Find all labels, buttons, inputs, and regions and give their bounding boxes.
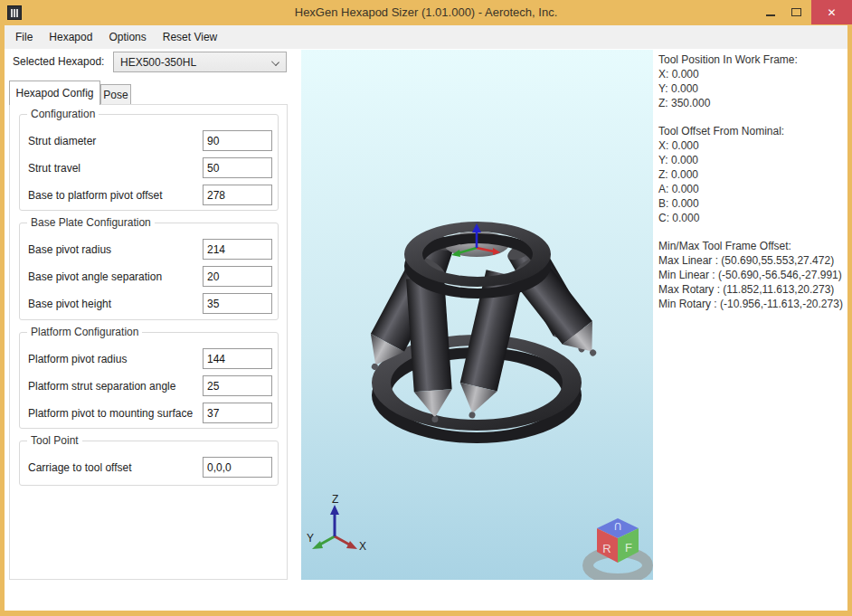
minimize-icon (766, 14, 775, 16)
maximize-icon (791, 8, 801, 16)
carriage-to-tool-offset-label: Carriage to tool offset (28, 461, 203, 474)
logo-letter-top: U (614, 521, 621, 532)
selected-hexapod-label: Selected Hexapod: (13, 55, 104, 68)
platform-strut-separation-angle-label: Platform strut separation angle (28, 380, 203, 393)
hexapod-3d-scene: Z Y X U R F (301, 50, 653, 580)
group-platform-configuration: Platform Configuration Platform pivot ra… (19, 332, 279, 429)
menu-hexapod[interactable]: Hexapod (41, 27, 100, 47)
menu-options[interactable]: Options (100, 27, 154, 47)
base-pivot-height-label: Base pivot height (28, 298, 203, 310)
tool-offset-x: X: 0.000 (658, 138, 847, 153)
hexapod-select-value: HEX500-350HL (120, 56, 196, 69)
maximize-button[interactable] (783, 0, 809, 24)
max-linear: Max Linear : (50.690,55.553,27.472) (658, 253, 847, 268)
base-to-platform-pivot-offset-label: Base to platform pivot offset (28, 189, 203, 202)
tool-offset-c: C: 0.000 (658, 211, 847, 225)
base-pivot-radius-input[interactable] (203, 239, 272, 260)
base-pivot-angle-separation-label: Base pivot angle separation (28, 270, 203, 283)
platform-pivot-to-mounting-surface-input[interactable] (203, 403, 272, 423)
hexapod-select[interactable]: HEX500-350HL (113, 52, 287, 72)
max-rotary: Max Rotary : (11.852,11.613,20.273) (658, 282, 847, 297)
window-title: HexGen Hexapod Sizer (1.01.000) - Aerote… (0, 5, 852, 19)
group-base-plate-title: Base Plate Configuration (27, 216, 155, 229)
tool-position-x: X: 0.000 (658, 67, 847, 81)
hexapod-config-page: Configuration Strut diameter Strut trave… (9, 104, 288, 580)
tool-position-group: Tool Position In Work Frame: X: 0.000 Y:… (658, 52, 847, 110)
strut-diameter-label: Strut diameter (28, 135, 203, 147)
close-icon: ✕ (827, 6, 836, 19)
base-pivot-radius-label: Base pivot radius (28, 243, 203, 256)
platform-pivot-radius-input[interactable] (203, 348, 272, 369)
tool-position-z: Z: 350.000 (658, 96, 847, 110)
chevron-down-icon (271, 58, 279, 66)
minimize-button[interactable] (758, 0, 783, 24)
menu-reset-view[interactable]: Reset View (155, 27, 225, 47)
group-platform-title: Platform Configuration (27, 326, 142, 338)
menu-file[interactable]: File (7, 27, 41, 47)
axis-x-label: X (359, 540, 366, 553)
tool-offset-heading: Tool Offset From Nominal: (658, 124, 847, 138)
base-pivot-angle-separation-input[interactable] (203, 266, 272, 287)
group-tool-point: Tool Point Carriage to tool offset (19, 441, 279, 486)
min-rotary: Min Rotary : (-10.956,-11.613,-20.273) (658, 297, 847, 311)
tab-pose[interactable]: Pose (100, 84, 131, 105)
group-configuration-title: Configuration (27, 108, 99, 120)
group-base-plate-configuration: Base Plate Configuration Base pivot radi… (19, 223, 279, 320)
axis-z-label: Z (332, 493, 338, 506)
main-content: Selected Hexapod: HEX500-350HL Hexapod C… (5, 49, 847, 611)
logo-letter-left: R (602, 542, 611, 555)
tab-hexapod-config[interactable]: Hexapod Config (9, 81, 100, 105)
world-axis-triad-icon: Z Y X (307, 493, 366, 553)
tool-offset-b: B: 0.000 (658, 196, 847, 211)
carriage-to-tool-offset-input[interactable] (203, 457, 272, 478)
render-engine-logo: U R F (588, 518, 648, 579)
strut-diameter-input[interactable] (203, 130, 272, 151)
tool-position-heading: Tool Position In Work Frame: (658, 52, 847, 67)
strut-travel-input[interactable] (203, 157, 272, 178)
tool-offset-z: Z: 0.000 (658, 167, 847, 182)
group-configuration: Configuration Strut diameter Strut trave… (19, 114, 279, 211)
axis-y-label: Y (307, 532, 314, 545)
base-to-platform-pivot-offset-input[interactable] (203, 185, 272, 205)
min-linear: Min Linear : (-50.690,-56.546,-27.991) (658, 268, 847, 282)
title-bar[interactable]: HexGen Hexapod Sizer (1.01.000) - Aerote… (0, 0, 852, 25)
strut-5 (406, 277, 454, 424)
group-tool-point-title: Tool Point (27, 434, 82, 447)
app-window: HexGen Hexapod Sizer (1.01.000) - Aerote… (0, 0, 852, 616)
3d-viewport[interactable]: Z Y X U R F (301, 50, 653, 580)
tool-info-panel: Tool Position In Work Frame: X: 0.000 Y:… (658, 52, 847, 325)
base-pivot-height-input[interactable] (203, 293, 272, 314)
tool-offset-group: Tool Offset From Nominal: X: 0.000 Y: 0.… (658, 124, 847, 225)
menu-bar: File Hexapod Options Reset View (5, 25, 847, 49)
hexapod-model (356, 222, 610, 443)
minmax-offset-group: Min/Max Tool Frame Offset: Max Linear : … (658, 239, 847, 311)
tool-offset-a: A: 0.000 (658, 182, 847, 196)
platform-strut-separation-angle-input[interactable] (203, 375, 272, 396)
platform-pivot-to-mounting-surface-label: Platform pivot to mounting surface (28, 407, 203, 420)
tool-position-y: Y: 0.000 (658, 81, 847, 96)
tool-offset-y: Y: 0.000 (658, 153, 847, 167)
strut-travel-label: Strut travel (28, 162, 203, 175)
logo-letter-right: F (625, 541, 632, 554)
close-button[interactable]: ✕ (811, 0, 852, 24)
minmax-heading: Min/Max Tool Frame Offset: (658, 239, 847, 253)
platform-pivot-radius-label: Platform pivot radius (28, 353, 203, 365)
